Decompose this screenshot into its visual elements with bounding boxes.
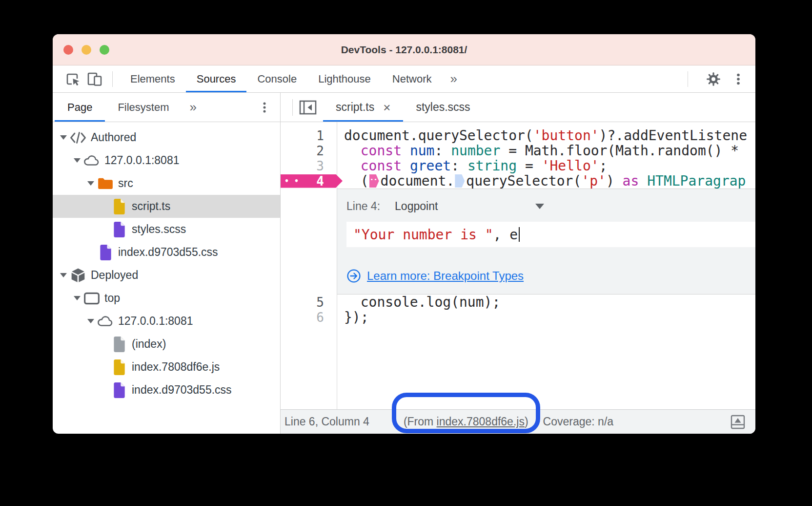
expand-arrow-icon[interactable] [59,273,68,277]
logpoint-condition-value: "Your number is ", e [353,227,518,243]
logpoint-gutter-marker[interactable]: 4 [281,174,337,189]
tree-item-deployed[interactable]: Deployed [53,264,280,287]
tab-label: Filesystem [118,101,169,114]
minimize-window-button[interactable] [81,45,91,55]
editor-tab-script-ts[interactable]: script.ts× [323,93,403,122]
code-token: : [451,158,467,174]
tree-item-src[interactable]: src [53,172,280,195]
from-prefix: (From [404,415,437,428]
inline-breakpoint-candidate-icon[interactable] [455,174,465,188]
code-token: "Your number is " [353,227,493,243]
traffic-lights [63,45,109,55]
tree-item-index-d9703d55-css[interactable]: index.d9703d55.css [53,241,280,264]
close-tab-icon[interactable]: × [383,101,390,114]
panel-tab-lighthouse[interactable]: Lighthouse [307,65,382,92]
code-token: const [361,158,402,174]
code-token: console.log(num); [344,294,500,310]
toolbar-divider [112,71,113,87]
zoom-window-button[interactable] [100,45,109,55]
toolbar-divider [688,71,688,87]
tree-item-127-0-0-1-8081[interactable]: 127.0.0.1:8081 [53,149,280,172]
panel-tab-elements[interactable]: Elements [120,65,186,92]
text-cursor [519,227,520,242]
more-panels-button[interactable]: » [443,65,465,92]
line-number[interactable]: 1 [281,128,337,143]
tree-item-top[interactable]: top [53,287,280,310]
code-token: , e [493,227,518,243]
editor-empty-space [281,325,755,409]
line-number[interactable]: 6 [281,310,337,325]
panel-tab-console[interactable]: Console [246,65,307,92]
tree-item-index[interactable]: (index) [53,333,280,356]
device-toolbar-button[interactable] [84,65,105,92]
mapped-file-link[interactable]: index.7808df6e.js [437,415,525,428]
code-lines-top: 1document.querySelector('button')?.addEv… [281,128,755,189]
window-title: DevTools - 127.0.0.1:8081/ [341,44,467,56]
tab-label: Elements [130,73,175,85]
editor-tab-styles-scss[interactable]: styles.scss [403,93,483,122]
tree-item-127-0-0-1-8081[interactable]: 127.0.0.1:8081 [53,310,280,333]
inspect-element-button[interactable] [62,65,84,92]
tree-item-index-d9703d55-css[interactable]: index.d9703d55.css [53,379,280,401]
tab-label: Network [392,73,432,85]
logpoint-condition-input[interactable]: "Your number is ", e [346,222,755,247]
code-token: document. [381,173,455,189]
expand-arrow-icon[interactable] [72,158,82,163]
expand-arrow-icon[interactable] [86,181,96,186]
code-token: greet [410,158,451,174]
code-editor[interactable]: 1document.querySelector('button')?.addEv… [281,122,755,409]
tree-item-index-7808df6e-js[interactable]: index.7808df6e.js [53,356,280,379]
expand-arrow-icon[interactable] [86,319,96,323]
expand-drawer-icon[interactable] [729,413,747,431]
file-yellow-icon [110,359,128,375]
hide-navigator-button[interactable] [293,93,323,122]
line-number[interactable]: 2 [281,144,337,158]
tab-label: script.ts [336,101,374,114]
navigator-menu-icon[interactable] [259,93,270,122]
breakpoint-line-label: Line 4: [346,200,380,213]
code-line-text: const num: number = Math.floor(Math.rand… [337,143,747,159]
cloud-icon [97,314,114,329]
tree-item-label: 127.0.0.1:8081 [104,154,179,167]
gutter-border [337,122,337,409]
navigator-tab-page[interactable]: Page [55,93,105,122]
circle-arrow-icon [346,269,361,283]
more-options-icon[interactable] [732,72,745,86]
tree-item-label: (index) [132,337,166,351]
learn-more-link[interactable]: Learn more: Breakpoint Types [367,269,524,283]
code-line-text: (document.querySelector('p') as HTMLPara… [337,173,746,189]
code-token: querySelector( [466,173,581,189]
tree-item-authored[interactable]: Authored [53,126,280,149]
file-tree: Authored127.0.0.1:8081srcscript.tsstyles… [53,122,280,434]
line-number[interactable]: 3 [281,159,337,173]
breakpoint-type-value[interactable]: Logpoint [395,200,438,213]
settings-gear-icon[interactable] [706,71,721,87]
folder-icon [97,176,114,191]
toolbar-right [681,65,755,92]
file-purple-icon [110,222,128,237]
devtools-toolbar: ElementsSourcesConsoleLighthouseNetwork … [53,65,755,93]
tree-item-styles-scss[interactable]: styles.scss [53,218,280,241]
code-token: document.querySelector( [344,127,533,144]
expand-arrow-icon[interactable] [72,296,82,300]
panel-tab-sources[interactable]: Sources [186,65,247,92]
code-line-6: 6}); [281,310,755,325]
line-number[interactable]: 5 [281,295,337,310]
breakpoint-edit-pane: Line 4: Logpoint "Your number is ", e [337,189,755,295]
tree-item-script-ts[interactable]: script.ts [53,195,280,218]
close-window-button[interactable] [63,45,73,55]
tab-label: Console [257,73,297,85]
inline-logpoint-marker-icon[interactable] [369,174,379,188]
navigator-tab-filesystem[interactable]: Filesystem [105,93,182,122]
breakpoint-type-dropdown-icon[interactable] [535,204,544,209]
code-line-text: const greet: string = 'Hello'; [337,158,608,174]
expand-arrow-icon[interactable] [59,135,68,140]
code-token: ) [606,173,623,189]
more-navigator-tabs-button[interactable]: » [182,93,204,122]
code-token: = Math.floor(Math.random() * [500,143,747,159]
window-titlebar: DevTools - 127.0.0.1:8081/ [53,34,755,65]
panel-tab-network[interactable]: Network [382,65,443,92]
tree-item-label: 127.0.0.1:8081 [118,315,193,328]
code-line-3: 3 const greet: string = 'Hello'; [281,158,755,173]
code-token [639,173,647,189]
